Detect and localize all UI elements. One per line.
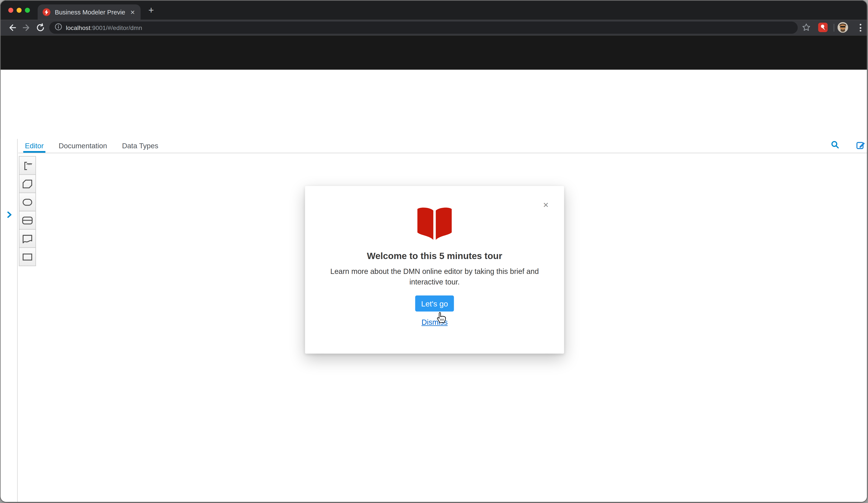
url-path: :9001/#/editor/dmn — [90, 24, 142, 31]
url-text: localhost:9001/#/editor/dmn — [66, 24, 142, 31]
tab-data-types[interactable]: Data Types — [121, 139, 159, 153]
editor-tabbar: Editor Documentation Data Types — [18, 139, 867, 153]
explorer-rail — [1, 139, 18, 502]
palette-knowledge-source-icon[interactable] — [19, 229, 36, 248]
dmn-shape-palette — [19, 156, 36, 266]
window-close-button[interactable] — [8, 8, 13, 13]
profile-avatar[interactable] — [838, 22, 848, 33]
address-bar[interactable]: localhost:9001/#/editor/dmn — [49, 22, 798, 34]
chrome-toolbar: localhost:9001/#/editor/dmn — [1, 20, 867, 35]
palette-business-knowledge-model-icon[interactable] — [19, 174, 36, 193]
modal-description: Learn more about the DMN online editor b… — [322, 266, 547, 287]
mouse-pointer-cursor — [436, 312, 447, 326]
search-icon[interactable] — [831, 140, 842, 151]
forward-icon[interactable] — [22, 23, 31, 32]
extension-pin-icon[interactable] — [818, 23, 828, 32]
modal-close-icon[interactable]: ✕ — [541, 200, 551, 210]
modal-title: Welcome to this 5 minutes tour — [305, 251, 564, 261]
tab-documentation[interactable]: Documentation — [58, 139, 108, 153]
welcome-tour-modal: ✕ Welcome to this 5 minutes tour Learn m… — [305, 186, 564, 354]
lets-go-button[interactable]: Let's go — [415, 295, 454, 312]
chrome-menu-icon[interactable] — [856, 23, 865, 32]
reload-icon[interactable] — [36, 23, 45, 32]
palette-decision-icon[interactable] — [19, 248, 36, 266]
window-minimize-button[interactable] — [17, 8, 22, 13]
browser-tab[interactable]: Business Modeler Preview ✕ — [38, 4, 141, 20]
palette-decision-service-icon[interactable] — [19, 211, 36, 230]
window-zoom-button[interactable] — [25, 8, 30, 13]
site-info-icon[interactable] — [55, 23, 62, 33]
back-icon[interactable] — [8, 23, 17, 32]
chrome-tab-strip: Business Modeler Preview ✕ + — [1, 1, 867, 20]
expand-panel-chevron-icon[interactable] — [6, 211, 13, 221]
url-host: localhost — [66, 24, 91, 31]
new-tab-button[interactable]: + — [144, 4, 158, 17]
tab-close-icon[interactable]: ✕ — [130, 9, 136, 15]
toolbar-divider — [834, 24, 834, 31]
bookmark-star-icon[interactable] — [802, 23, 810, 34]
screen: Business Modeler Preview ✕ + localhost:9… — [0, 0, 868, 503]
properties-edit-icon[interactable] — [856, 140, 865, 151]
open-book-icon — [415, 207, 454, 241]
browser-tab-title: Business Modeler Preview — [55, 9, 125, 15]
app-masthead: DMN Powered by Kogito new-file.dmn Save … — [1, 35, 867, 70]
favicon-lightning-icon — [43, 8, 50, 16]
palette-input-data-icon[interactable] — [19, 193, 36, 211]
tab-editor[interactable]: Editor — [24, 139, 45, 153]
browser-window: Business Modeler Preview ✕ + localhost:9… — [1, 1, 867, 502]
palette-text-annotation-icon[interactable] — [19, 156, 36, 175]
